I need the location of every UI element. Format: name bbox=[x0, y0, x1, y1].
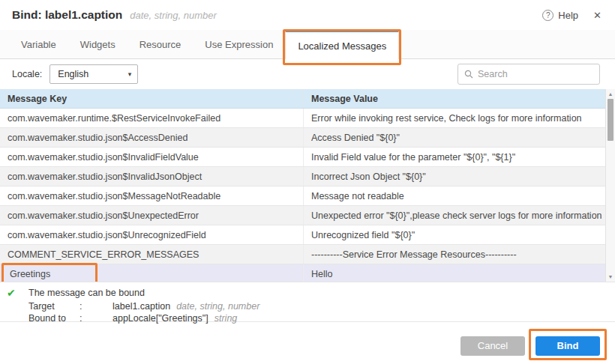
message-value-cell[interactable]: Unexpected error "${0}",please check ser… bbox=[304, 206, 615, 225]
bound-to-row: appLocale["Greetings"]string bbox=[112, 312, 603, 324]
locale-selected-value: English bbox=[58, 69, 88, 79]
target-value: label1.caption bbox=[112, 301, 170, 312]
locale-label: Locale: bbox=[12, 69, 42, 79]
message-value-cell[interactable]: ----------Service Error Message Resource… bbox=[304, 245, 615, 264]
status-message: The message can be bound bbox=[28, 288, 603, 298]
search-input[interactable] bbox=[478, 69, 598, 79]
title-bar: Bind: label1.caption date, string, numbe… bbox=[0, 0, 615, 30]
search-icon bbox=[464, 70, 473, 79]
bind-button-wrap: Bind bbox=[536, 336, 600, 356]
close-icon[interactable]: ✕ bbox=[592, 8, 603, 22]
target-type-hint: date, string, number bbox=[176, 301, 260, 312]
column-header-message-value: Message Value bbox=[304, 89, 615, 108]
message-key-cell[interactable]: com.wavemaker.runtime.$RestServiceInvoke… bbox=[0, 109, 304, 127]
message-key-cell[interactable]: com.wavemaker.studio.json$UnexpectedErro… bbox=[0, 206, 304, 225]
target-row: label1.captiondate, string, number bbox=[112, 300, 603, 312]
table-header-row: Message Key Message Value bbox=[0, 89, 615, 109]
message-key-cell[interactable]: com.wavemaker.studio.json$InvalidJsonObj… bbox=[0, 167, 304, 186]
message-key-cell[interactable]: COMMENT_SERVICE_ERROR_MESSAGES bbox=[0, 245, 304, 264]
scrollbar-thumb[interactable] bbox=[608, 99, 614, 141]
tab-use-expression[interactable]: Use Expression bbox=[193, 30, 285, 58]
bind-dialog: Bind: label1.caption date, string, numbe… bbox=[0, 0, 615, 364]
tab-bar: VariableWidgetsResourceUse ExpressionLoc… bbox=[0, 30, 615, 59]
bound-type-hint: string bbox=[214, 313, 238, 324]
vertical-scrollbar[interactable]: ▲ ▼ bbox=[605, 89, 615, 282]
help-label: Help bbox=[558, 10, 578, 21]
table-row[interactable]: com.wavemaker.studio.json$UnexpectedErro… bbox=[0, 206, 615, 225]
message-key-cell[interactable]: com.wavemaker.studio.json$InvalidFieldVa… bbox=[0, 148, 304, 166]
tab-localized-messages[interactable]: Localized Messages bbox=[285, 30, 399, 59]
message-value-cell[interactable]: Message not readable bbox=[304, 186, 615, 205]
status-panel: ✔ The message can be bound Target : labe… bbox=[0, 282, 615, 322]
search-box[interactable] bbox=[458, 64, 600, 85]
message-value-cell[interactable]: Invalid Field value for the parameter "$… bbox=[304, 148, 615, 166]
message-key-cell[interactable]: com.wavemaker.studio.json$AccessDenied bbox=[0, 128, 304, 147]
table-row[interactable]: com.wavemaker.studio.json$UnrecognizedFi… bbox=[0, 225, 615, 245]
message-key-cell[interactable]: com.wavemaker.studio.json$MessageNotRead… bbox=[0, 186, 304, 205]
tab-widgets[interactable]: Widgets bbox=[68, 30, 128, 58]
table-row[interactable]: COMMENT_SERVICE_ERROR_MESSAGES----------… bbox=[0, 245, 615, 264]
binding-details: Target : label1.captiondate, string, num… bbox=[28, 300, 603, 324]
message-value-cell[interactable]: Hello bbox=[304, 264, 615, 282]
bound-to-colon: : bbox=[80, 312, 112, 324]
toolbar: Locale: English ▾ bbox=[0, 59, 615, 89]
column-header-message-key: Message Key bbox=[0, 89, 304, 108]
locale-select[interactable]: English ▾ bbox=[50, 64, 138, 84]
table-row[interactable]: com.wavemaker.studio.json$MessageNotRead… bbox=[0, 186, 615, 206]
chevron-down-icon: ▾ bbox=[128, 70, 132, 78]
message-key-cell[interactable]: com.wavemaker.studio.json$UnrecognizedFi… bbox=[0, 225, 304, 244]
table-row[interactable]: com.wavemaker.studio.json$InvalidFieldVa… bbox=[0, 148, 615, 167]
table-row[interactable]: GreetingsHello bbox=[0, 264, 615, 282]
target-label: Target bbox=[28, 300, 80, 312]
footer-button-bar: Cancel Bind bbox=[0, 322, 615, 364]
table-row[interactable]: com.wavemaker.runtime.$RestServiceInvoke… bbox=[0, 109, 615, 128]
message-key-cell[interactable]: Greetings bbox=[0, 264, 304, 282]
messages-table: Message Key Message Value com.wavemaker.… bbox=[0, 89, 615, 282]
message-value-cell[interactable]: Incorrect Json Object "${0}" bbox=[304, 167, 615, 186]
table-row[interactable]: com.wavemaker.studio.json$AccessDeniedAc… bbox=[0, 128, 615, 148]
help-button[interactable]: ? Help bbox=[542, 10, 578, 21]
tab-resource[interactable]: Resource bbox=[128, 30, 194, 58]
dialog-subtitle: date, string, number bbox=[130, 10, 217, 21]
title-bar-actions: ? Help ✕ bbox=[542, 8, 603, 22]
highlight-box-key: Greetings bbox=[2, 263, 98, 283]
dialog-title: Bind: label1.caption bbox=[12, 8, 122, 22]
cancel-button[interactable]: Cancel bbox=[460, 336, 525, 356]
message-value-cell[interactable]: Unrecognized field "${0}" bbox=[304, 225, 615, 244]
bind-button[interactable]: Bind bbox=[536, 336, 600, 356]
bound-to-value: appLocale["Greetings"] bbox=[112, 313, 208, 324]
message-value-cell[interactable]: Error while invoking rest service, Check… bbox=[304, 109, 615, 127]
bound-to-label: Bound to bbox=[28, 312, 80, 324]
help-icon: ? bbox=[542, 10, 554, 21]
check-icon: ✔ bbox=[7, 287, 16, 299]
tab-variable[interactable]: Variable bbox=[9, 30, 68, 58]
scroll-up-icon[interactable]: ▲ bbox=[608, 91, 614, 97]
message-value-cell[interactable]: Access Denied "${0}" bbox=[304, 128, 615, 147]
target-colon: : bbox=[80, 300, 112, 312]
scroll-down-icon[interactable]: ▼ bbox=[608, 274, 614, 279]
table-body: com.wavemaker.runtime.$RestServiceInvoke… bbox=[0, 109, 615, 282]
table-row[interactable]: com.wavemaker.studio.json$InvalidJsonObj… bbox=[0, 167, 615, 186]
